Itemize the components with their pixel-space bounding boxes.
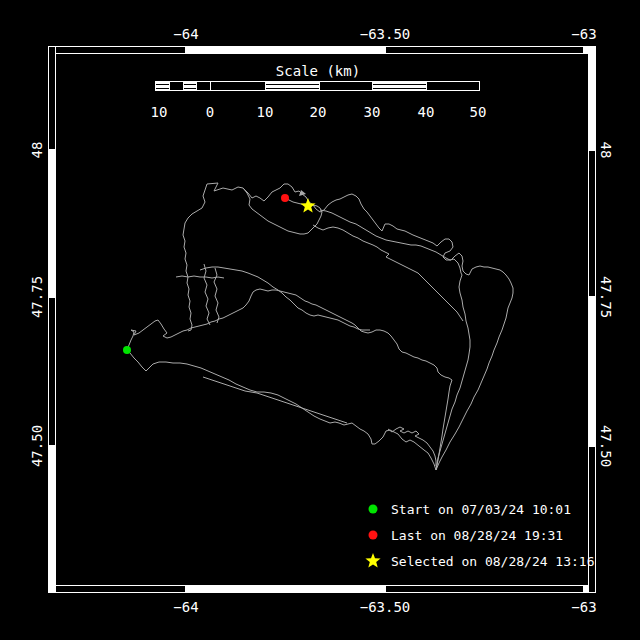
legend-item-2: Selected on 08/28/24 13:16 (364, 551, 595, 571)
star-icon (364, 551, 382, 571)
legend-label-2: Selected on 08/28/24 13:16 (391, 554, 595, 569)
dot-icon (364, 525, 382, 545)
legend-item-0: Start on 07/03/24 10:01 (364, 499, 571, 519)
legend-dot (369, 505, 378, 514)
legend-label-1: Last on 08/28/24 19:31 (391, 528, 563, 543)
legend-item-1: Last on 08/28/24 19:31 (364, 525, 563, 545)
track-line-3 (183, 184, 207, 331)
track-line-10 (214, 268, 219, 323)
dot-icon (364, 499, 382, 519)
start-marker (123, 346, 131, 354)
selected-marker (300, 198, 315, 213)
track-line-12 (203, 377, 347, 423)
legend-dot (369, 531, 378, 540)
last-marker (281, 194, 289, 202)
track-line-2 (127, 289, 452, 470)
legend-star (365, 553, 380, 568)
track-line-5 (320, 210, 470, 470)
track-line-9 (204, 264, 210, 325)
track-line-4 (200, 267, 370, 330)
legend-label-0: Start on 07/03/24 10:01 (391, 502, 571, 517)
track-map-plot: −64−63.50−63−64−63.50−634847.7547.504847… (0, 0, 640, 640)
track-line-1 (127, 350, 436, 470)
direction-marker (299, 190, 306, 196)
track-line-6 (313, 225, 463, 321)
